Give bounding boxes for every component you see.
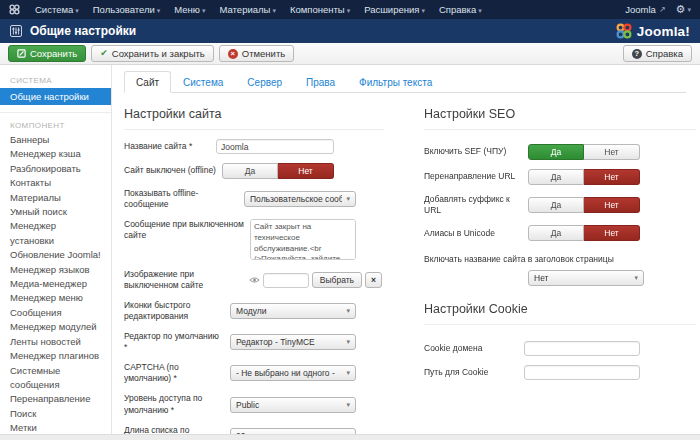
toggle-yes-button[interactable]: Да — [528, 169, 584, 185]
brand-text: Joomla! — [637, 24, 690, 39]
chevron-down-icon: ▾ — [346, 195, 350, 203]
toggle-yes-button[interactable]: Да — [528, 225, 584, 241]
sidebar-item-contacts[interactable]: Контакты — [0, 176, 111, 190]
clear-image-button[interactable]: × — [365, 272, 382, 288]
sidebar-item-languages[interactable]: Менеджер языков — [0, 263, 111, 277]
joomla-admin-page: Система▾ Пользователи▾ Меню▾ Материалы▾ … — [0, 0, 700, 440]
sidebar-item-menus[interactable]: Менеджер меню — [0, 291, 111, 305]
sidebar-item-messages[interactable]: Сообщения — [0, 306, 111, 320]
sidebar-item-smart-search[interactable]: Умный поиск — [0, 205, 111, 219]
chevron-down-icon: ▾ — [478, 7, 482, 14]
tab-system[interactable]: Система — [171, 71, 235, 93]
offline-message-textarea[interactable]: Сайт закрыт на техническое обслуживание.… — [250, 219, 356, 260]
field-row-offline-message-show: Показывать offline-сообщение Пользовател… — [124, 188, 384, 210]
sidebar-item-checkin[interactable]: Разблокировать — [0, 162, 111, 176]
select-image-button[interactable]: Выбрать — [312, 272, 362, 288]
offline-image-input[interactable] — [263, 273, 309, 288]
menu-label: Справка — [439, 4, 476, 15]
access-level-label: Уровень доступа по умолчанию * — [124, 393, 230, 415]
sidebar-item-redirect[interactable]: Перенаправление — [0, 392, 111, 406]
tab-server[interactable]: Сервер — [235, 71, 294, 93]
sidebar-item-search[interactable]: Поиск — [0, 407, 111, 421]
save-close-button[interactable]: ✔ Сохранить и закрыть — [91, 45, 214, 62]
field-row-sitename-in-title: Включать название сайта в заголовок стра… — [424, 254, 696, 286]
cancel-button[interactable]: × Отменить — [219, 45, 294, 62]
chevron-down-icon: ▾ — [347, 7, 351, 14]
toggle-no-button[interactable]: Нет — [278, 163, 334, 179]
tab-permissions[interactable]: Права — [294, 71, 347, 93]
cancel-label: Отменить — [242, 48, 285, 59]
sidebar-item-media[interactable]: Медиа-менеджер — [0, 277, 111, 291]
joomla-brand: Joomla! — [616, 23, 690, 39]
tab-site[interactable]: Сайт — [124, 71, 171, 93]
offline-image-label: Изображение при выключенном сайте — [124, 269, 249, 291]
joomla-logo-icon — [9, 4, 20, 15]
chevron-down-icon: ▾ — [346, 369, 350, 377]
sidebar-item-cache[interactable]: Менеджер кэша — [0, 147, 111, 161]
tab-text-filters[interactable]: Фильтры текста — [347, 71, 444, 93]
menu-menus[interactable]: Меню▾ — [167, 4, 212, 15]
editor-select[interactable]: Редактор - TinyMCE ▾ — [230, 334, 356, 350]
toggle-no-button[interactable]: Нет — [584, 144, 640, 160]
sef-toggle: Да Нет — [528, 144, 640, 160]
toggle-yes-button[interactable]: Да — [528, 144, 584, 160]
url-rewrite-label: Перенаправление URL — [424, 171, 528, 182]
select-value: Нет — [534, 273, 630, 283]
select-value: Пользовательское сообщ... — [250, 194, 342, 204]
sidebar-item-banners[interactable]: Баннеры — [0, 133, 111, 147]
menu-users[interactable]: Пользователи▾ — [86, 4, 168, 15]
chevron-down-icon: ▾ — [202, 7, 206, 14]
menu-label: Расширения — [364, 4, 419, 15]
save-button[interactable]: Сохранить — [8, 45, 86, 62]
config-tabs: Сайт Система Сервер Права Фильтры текста — [124, 71, 686, 93]
cookie-settings-heading: Настройки Cookie — [424, 302, 696, 325]
menu-label: Материалы — [220, 4, 271, 15]
offline-message-show-select[interactable]: Пользовательское сообщ... ▾ — [244, 191, 356, 207]
sidebar: СИСТЕМА Общие настройки КОМПОНЕНТ Баннер… — [0, 65, 112, 440]
field-row-url-suffix: Добавлять суффикс к URL Да Нет — [424, 194, 696, 216]
cookie-domain-label: Cookie домена — [424, 343, 524, 354]
sidebar-item-content[interactable]: Материалы — [0, 191, 111, 205]
menu-extensions[interactable]: Расширения▾ — [357, 4, 432, 15]
chevron-down-icon: ▾ — [157, 7, 161, 14]
sidebar-item-postinstall[interactable]: Системные сообщения — [0, 364, 111, 393]
help-button[interactable]: ? Справка — [623, 45, 692, 62]
sidebar-item-global-config[interactable]: Общие настройки — [0, 88, 111, 105]
menu-system[interactable]: Система▾ — [28, 4, 86, 15]
cookie-path-input[interactable] — [524, 365, 640, 380]
toggle-no-button[interactable]: Нет — [584, 169, 640, 185]
captcha-select[interactable]: - Не выбрано ни одного - ▾ — [230, 365, 356, 381]
menu-components[interactable]: Компоненты▾ — [283, 4, 357, 15]
menu-help[interactable]: Справка▾ — [432, 4, 489, 15]
field-row-site-offline: Сайт выключен (offline) Да Нет — [124, 163, 384, 179]
edit-square-icon — [17, 49, 26, 58]
cookie-domain-input[interactable] — [524, 341, 640, 356]
offline-message-label: Сообщение при выключенном сайте — [124, 219, 250, 241]
menu-content[interactable]: Материалы▾ — [213, 4, 283, 15]
sidebar-item-modules[interactable]: Менеджер модулей — [0, 320, 111, 334]
toggle-yes-button[interactable]: Да — [222, 163, 278, 179]
field-row-url-rewrite: Перенаправление URL Да Нет — [424, 169, 696, 185]
site-offline-label: Сайт выключен (offline) — [124, 165, 222, 176]
config-sliders-icon — [10, 25, 22, 37]
gear-icon[interactable]: ⚙▾ — [676, 3, 691, 16]
field-row-editor: Редактор по умолчанию * Редактор - TinyM… — [124, 331, 384, 353]
toggle-no-button[interactable]: Нет — [584, 197, 640, 213]
sidebar-item-newsfeeds[interactable]: Ленты новостей — [0, 335, 111, 349]
page-title: Общие настройки — [30, 24, 136, 38]
site-name-input[interactable] — [216, 139, 334, 154]
toggle-yes-button[interactable]: Да — [528, 197, 584, 213]
sidebar-item-joomla-update[interactable]: Обновление Joomla! — [0, 248, 111, 262]
field-row-site-name: Название сайта * — [124, 139, 384, 154]
view-site-link[interactable]: Joomla↗ — [625, 4, 665, 15]
sidebar-item-plugins[interactable]: Менеджер плагинов — [0, 349, 111, 363]
toolbar: Сохранить ✔ Сохранить и закрыть × Отмени… — [0, 43, 700, 65]
eye-icon[interactable] — [249, 276, 260, 284]
toggle-no-button[interactable]: Нет — [584, 225, 640, 241]
chevron-down-icon: ▾ — [687, 6, 691, 14]
access-level-select[interactable]: Public ▾ — [230, 397, 356, 413]
sidebar-item-installer[interactable]: Менеджер установки — [0, 219, 111, 248]
menu-label: Пользователи — [93, 4, 155, 15]
quick-icons-select[interactable]: Модули ▾ — [230, 303, 356, 319]
sitename-in-title-select[interactable]: Нет ▾ — [528, 270, 644, 286]
